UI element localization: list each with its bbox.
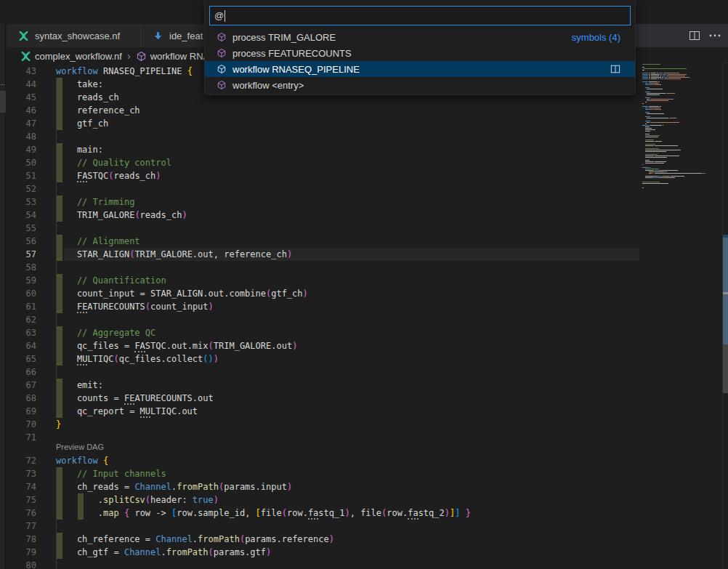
line-number[interactable]: 77 <box>15 520 36 533</box>
code-line[interactable]: // Input channels <box>56 467 166 480</box>
line-number[interactable]: 47 <box>15 117 36 130</box>
line-number[interactable]: 62 <box>15 313 36 326</box>
code-line[interactable]: main: <box>56 143 103 156</box>
code-line[interactable]: // Quantification <box>56 274 166 287</box>
code-line[interactable]: .splitCsv(header: true) <box>56 493 219 507</box>
line-number[interactable]: 74 <box>15 480 36 493</box>
line-number[interactable]: 53 <box>15 195 36 209</box>
line-number[interactable]: 60 <box>15 287 36 300</box>
code-line[interactable]: reference_ch <box>56 104 140 117</box>
code-line[interactable]: // Alignment <box>56 235 140 248</box>
split-editor-button[interactable] <box>689 30 700 41</box>
code-line[interactable]: STAR_ALIGN(TRIM_GALORE.out, reference_ch… <box>56 248 292 261</box>
code-line[interactable]: } <box>56 418 61 431</box>
line-number[interactable]: 63 <box>15 326 36 339</box>
symbol-method-icon <box>217 48 227 58</box>
code-line[interactable]: FASTQC(reads_ch) <box>56 169 161 182</box>
code-line[interactable]: workflow { <box>56 454 108 467</box>
line-number[interactable]: 78 <box>15 533 36 546</box>
quick-open-item-label: workflow RNASEQ_PIPELINE <box>232 64 360 75</box>
line-number[interactable]: 80 <box>15 559 36 569</box>
quick-open-item-label: process TRIM_GALORE <box>232 32 336 43</box>
left-scroll-strip[interactable] <box>0 24 6 569</box>
code-line[interactable]: ch_gtf = Channel.fromPath(params.gtf) <box>56 546 271 559</box>
line-number[interactable]: 48 <box>15 130 36 143</box>
code-line[interactable]: reads_ch <box>56 91 119 104</box>
code-line[interactable]: counts = FEATURECOUNTS.out <box>56 392 214 405</box>
indent-guide <box>56 559 57 569</box>
line-number[interactable]: 45 <box>15 91 36 104</box>
left-strip-thumb[interactable] <box>0 91 6 113</box>
code-line[interactable]: gtf_ch <box>56 117 108 130</box>
line-number[interactable]: 56 <box>15 235 36 248</box>
line-number[interactable]: 50 <box>15 156 36 169</box>
quick-open-item[interactable]: process FEATURECOUNTS <box>205 45 635 61</box>
code-line[interactable]: TRIM_GALORE(reads_ch) <box>56 209 187 222</box>
quick-open-item[interactable]: workflow RNASEQ_PIPELINE <box>205 61 635 77</box>
line-number[interactable]: 76 <box>15 507 36 520</box>
code-line[interactable]: count_input = STAR_ALIGN.out.combine(gtf… <box>56 287 308 300</box>
line-number[interactable]: 64 <box>15 339 36 352</box>
code-line[interactable]: MULTIQC(qc_files.collect()) <box>56 352 219 366</box>
quick-open-input[interactable]: @ <box>209 6 631 25</box>
indent-guide <box>56 261 57 274</box>
symbol-method-icon <box>217 80 227 90</box>
line-number[interactable]: 54 <box>15 209 36 222</box>
quick-open-item-label: workflow <entry> <box>232 80 304 91</box>
open-to-side-button[interactable] <box>610 64 620 74</box>
codelens-preview-dag[interactable]: Preview DAG <box>56 443 201 453</box>
line-number[interactable]: 49 <box>15 143 36 156</box>
code-line[interactable]: emit: <box>56 379 103 392</box>
line-number[interactable]: 69 <box>15 405 36 418</box>
code-line[interactable]: ch_reference = Channel.fromPath(params.r… <box>56 533 334 546</box>
indent-guide <box>56 130 57 143</box>
vscode-window: syntax_showcase.nf ide_feat complex_work… <box>0 0 728 569</box>
code-line[interactable]: FEATURECOUNTS(count_input) <box>56 300 214 313</box>
code-line[interactable]: qc_files = FASTQC.out.mix(TRIM_GALORE.ou… <box>56 339 297 352</box>
code-line[interactable]: take: <box>56 78 103 91</box>
line-number[interactable]: 57 <box>15 248 36 261</box>
code-line[interactable]: // Trimming <box>56 195 134 209</box>
code-line[interactable]: // Quality control <box>56 156 171 169</box>
code-line[interactable]: ch_reads = Channel.fromPath(params.input… <box>56 480 292 493</box>
line-number[interactable]: 61 <box>15 300 36 313</box>
quick-open-item[interactable]: workflow <entry> <box>205 77 635 93</box>
line-number[interactable]: 55 <box>15 222 36 235</box>
line-number[interactable]: 75 <box>15 493 36 507</box>
quick-open-query: @ <box>214 10 224 21</box>
code-line[interactable]: qc_report = MULTIQC.out <box>56 405 198 418</box>
line-number[interactable]: 65 <box>15 352 36 366</box>
line-number[interactable]: 71 <box>15 431 36 444</box>
line-number[interactable]: 44 <box>15 78 36 91</box>
symbol-method-icon <box>217 32 227 42</box>
line-number[interactable]: 72 <box>15 454 36 467</box>
line-number[interactable]: 79 <box>15 546 36 559</box>
indent-guide <box>56 366 57 379</box>
line-number[interactable]: 67 <box>15 379 36 392</box>
code-line[interactable]: // Aggregate QC <box>56 326 155 339</box>
line-number[interactable]: 59 <box>15 274 36 287</box>
overview-ruler-highlight[interactable] <box>723 238 728 292</box>
nextflow-icon <box>18 31 29 41</box>
line-number[interactable]: 43 <box>15 65 36 78</box>
indent-guide <box>56 182 57 195</box>
code-line[interactable]: workflow RNASEQ_PIPELINE { <box>56 65 193 78</box>
overview-ruler-highlight[interactable] <box>723 294 728 344</box>
indent-guide <box>56 222 57 235</box>
minimap[interactable] <box>642 64 711 209</box>
line-number[interactable]: 68 <box>15 392 36 405</box>
more-actions-button[interactable] <box>708 30 721 41</box>
tab-syntax_showcase-nf[interactable]: syntax_showcase.nf <box>7 24 140 47</box>
line-number[interactable]: 58 <box>15 261 36 274</box>
quick-open-item[interactable]: process TRIM_GALOREsymbols (4) <box>205 29 635 45</box>
scrollbar-thumb[interactable] <box>723 344 728 393</box>
quick-open-panel: @ process TRIM_GALOREsymbols (4) process… <box>204 0 636 95</box>
line-number[interactable]: 70 <box>15 418 36 431</box>
line-number[interactable]: 66 <box>15 366 36 379</box>
line-number[interactable]: 51 <box>15 169 36 182</box>
line-number[interactable]: 73 <box>15 467 36 480</box>
line-number[interactable]: 52 <box>15 182 36 195</box>
code-line[interactable]: .map { row -> [row.sample_id, [file(row.… <box>56 507 471 520</box>
breadcrumb-file[interactable]: complex_workflow.nf <box>35 51 122 62</box>
line-number[interactable]: 46 <box>15 104 36 117</box>
